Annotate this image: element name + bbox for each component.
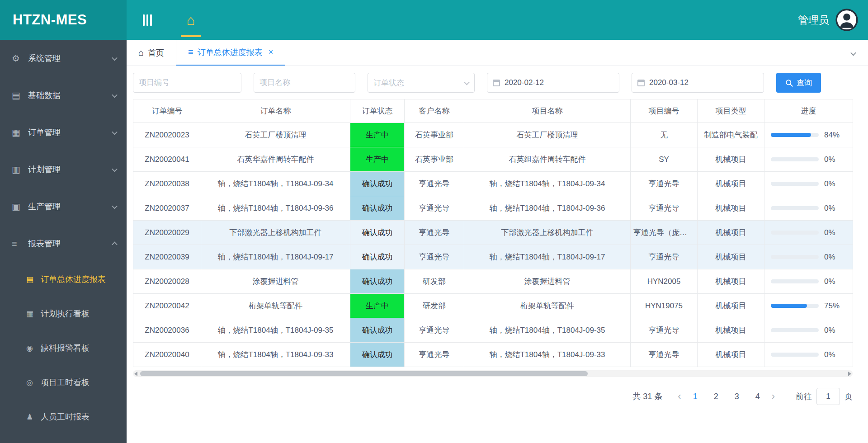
table-row[interactable]: ZN20020029下部激光器上移机构加工件确认成功亨通光导下部激光器上移机构加… <box>133 221 853 245</box>
table-row[interactable]: ZN20020023石英工厂楼顶清理生产中石英事业部石英工厂楼顶清理无制造部电气… <box>133 123 853 147</box>
collapse-menu-icon[interactable] <box>143 14 152 26</box>
table-row[interactable]: ZN20020028涂覆握进料管确认成功研发部涂覆握进料管HYN2005机械项目… <box>133 269 853 294</box>
table-row[interactable]: ZN20020041石英华嘉件周转车配件生产中石英事业部石英组嘉件周转车配件SY… <box>133 147 853 172</box>
table-row[interactable]: ZN20020039轴，烧结T1804轴，T1804J-09-17确认成功亨通光… <box>133 245 853 269</box>
table-row[interactable]: ZN20020040轴，烧结T1804轴，T1804J-09-33确认成功亨通光… <box>133 343 853 367</box>
cell-progress: 0% <box>764 343 853 367</box>
sidebar-subitem-label: 人员工时报表 <box>41 411 90 422</box>
cell-order-status: 生产中 <box>350 147 405 172</box>
report-list-icon: ≡ <box>188 47 193 57</box>
tab-bar: ⌂首页≡订单总体进度报表× <box>127 40 868 66</box>
page-number-4[interactable]: 4 <box>753 392 763 401</box>
tab-1[interactable]: ≡订单总体进度报表× <box>176 40 285 66</box>
progress-value: 75% <box>824 302 840 311</box>
cell-order-name: 轴，烧结T1804轴，T1804J-09-17 <box>201 245 350 269</box>
cell-progress: 0% <box>764 221 853 245</box>
date-to-input[interactable] <box>649 73 758 92</box>
chevron-down-icon <box>112 129 118 135</box>
sidebar-subitem-3[interactable]: ◎项目工时看板 <box>0 365 127 400</box>
goto-page: 前往 页 <box>796 388 853 405</box>
sidebar-item-3[interactable]: ▥计划管理 <box>0 151 127 188</box>
page-number-2[interactable]: 2 <box>711 392 721 401</box>
sidebar-item-4[interactable]: ▣生产管理 <box>0 188 127 225</box>
progress-bar <box>771 231 819 235</box>
sidebar-subitem-2[interactable]: ◉缺料报警看板 <box>0 331 127 365</box>
cell-order-status: 确认成功 <box>350 269 405 294</box>
page-number-1[interactable]: 1 <box>690 392 700 401</box>
column-header: 进度 <box>764 99 853 123</box>
table-row[interactable]: ZN20020042桁架单轨等配件生产中研发部桁架单轨等配件HYN19075机械… <box>133 294 853 318</box>
cell-project-type: 机械项目 <box>698 245 764 269</box>
column-header: 订单编号 <box>133 99 201 123</box>
cell-customer-name: 亨通光导 <box>405 343 464 367</box>
search-icon <box>785 79 793 87</box>
cell-order-no: ZN20020041 <box>133 147 201 172</box>
order-icon: ▦ <box>12 127 28 138</box>
sidebar-subitem-4[interactable]: ♟人员工时报表 <box>0 400 127 434</box>
cell-order-status: 生产中 <box>350 294 405 318</box>
sidebar-item-1[interactable]: ▤基础数据 <box>0 77 127 114</box>
order-status-select[interactable]: 订单状态 <box>368 73 475 93</box>
next-page-icon[interactable]: › <box>770 391 777 401</box>
cell-order-status: 确认成功 <box>350 245 405 269</box>
goto-page-input[interactable] <box>816 388 840 405</box>
sidebar-subitem-1[interactable]: ▦计划执行看板 <box>0 297 127 331</box>
report-icon: ≡ <box>12 239 28 249</box>
progress-value: 0% <box>824 253 835 262</box>
sidebar-subitem-0[interactable]: ▤订单总体进度报表 <box>0 262 127 297</box>
date-to-picker[interactable] <box>632 73 764 93</box>
sidebar-item-5[interactable]: ≡报表管理 <box>0 225 127 262</box>
user-avatar[interactable] <box>835 9 858 31</box>
sidebar-item-2[interactable]: ▦订单管理 <box>0 114 127 151</box>
progress-bar <box>771 206 819 210</box>
tab-label: 订单总体进度报表 <box>198 47 263 58</box>
cell-customer-name: 石英事业部 <box>405 123 464 147</box>
tab-0[interactable]: ⌂首页 <box>127 40 176 66</box>
table-row[interactable]: ZN20020037轴，烧结T1804轴，T1804J-09-36确认成功亨通光… <box>133 196 853 221</box>
avatar-person-icon <box>835 9 858 31</box>
cell-order-name: 轴，烧结T1804轴，T1804J-09-33 <box>201 343 350 367</box>
column-header: 项目编号 <box>631 99 698 123</box>
cell-order-name: 轴，烧结T1804轴，T1804J-09-36 <box>201 196 350 221</box>
scroll-right-arrow-icon[interactable] <box>848 372 851 376</box>
cell-project-type: 机械项目 <box>698 269 764 294</box>
cell-progress: 84% <box>764 123 853 147</box>
cell-project-no: HYN2005 <box>631 269 698 294</box>
chevron-down-icon <box>850 50 856 56</box>
date-from-input[interactable] <box>505 73 613 92</box>
prev-page-icon[interactable]: ‹ <box>676 391 683 401</box>
shortage-alarm-icon: ◉ <box>26 344 41 353</box>
table-row[interactable]: ZN20020036轴，烧结T1804轴，T1804J-09-35确认成功亨通光… <box>133 318 853 343</box>
order-status-placeholder: 订单状态 <box>373 78 404 88</box>
cell-order-status: 确认成功 <box>350 318 405 343</box>
sidebar-subitem-label: 计划执行看板 <box>41 308 90 319</box>
project-name-filter <box>254 73 355 93</box>
sidebar: ⚙系统管理▤基础数据▦订单管理▥计划管理▣生产管理≡报表管理▤订单总体进度报表▦… <box>0 40 127 443</box>
cell-project-name: 石英工厂楼顶清理 <box>464 123 631 147</box>
project-name-input[interactable] <box>259 73 349 92</box>
cell-project-name: 涂覆握进料管 <box>464 269 631 294</box>
home-nav-button[interactable]: ⌂ <box>178 0 203 40</box>
plan-icon: ▥ <box>12 164 28 175</box>
scroll-left-arrow-icon[interactable] <box>134 372 137 376</box>
sidebar-item-label: 系统管理 <box>28 53 61 64</box>
page-number-3[interactable]: 3 <box>732 392 742 401</box>
date-from-picker[interactable] <box>487 73 619 93</box>
progress-bar <box>771 304 819 308</box>
tabs-dropdown-button[interactable] <box>846 48 860 59</box>
horizontal-scrollbar[interactable] <box>133 370 853 377</box>
progress-value: 0% <box>824 155 835 164</box>
person-hours-icon: ♟ <box>26 412 41 422</box>
table-row[interactable]: ZN20020038轴，烧结T1804轴，T1804J-09-34确认成功亨通光… <box>133 172 853 196</box>
header-user-area: 管理员 <box>798 9 868 31</box>
sidebar-item-0[interactable]: ⚙系统管理 <box>0 40 127 77</box>
orders-table: 订单编号订单名称订单状态客户名称项目名称项目编号项目类型进度 ZN2002002… <box>133 99 853 367</box>
close-icon[interactable]: × <box>269 47 274 57</box>
cell-project-name: 下部激光器上移机构加工件 <box>464 221 631 245</box>
project-no-input[interactable] <box>139 73 236 92</box>
search-button[interactable]: 查询 <box>776 73 821 93</box>
cell-project-type: 机械项目 <box>698 221 764 245</box>
scrollbar-thumb[interactable] <box>140 371 588 376</box>
cell-project-name: 轴，烧结T1804轴，T1804J-09-33 <box>464 343 631 367</box>
table-body: ZN20020023石英工厂楼顶清理生产中石英事业部石英工厂楼顶清理无制造部电气… <box>133 123 853 367</box>
